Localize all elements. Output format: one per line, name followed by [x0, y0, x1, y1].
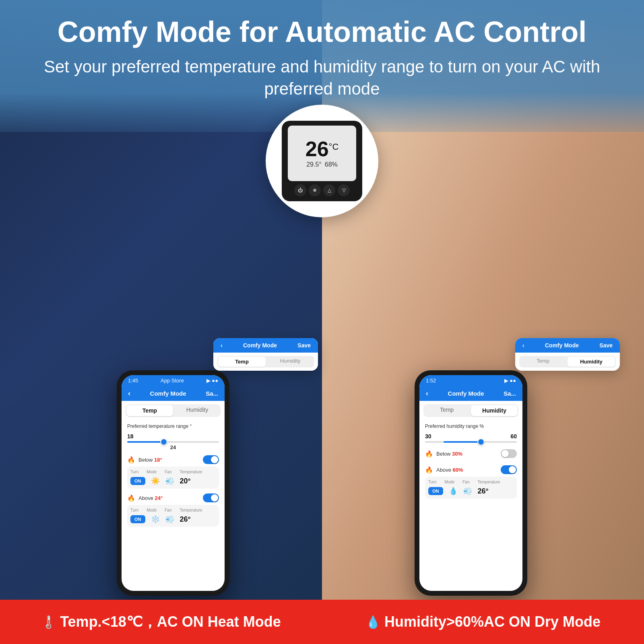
device-sub-humidity: 68%: [325, 161, 338, 168]
left-phone-screen: 1:45 App Store ▶ ●● ‹ Comfy Mode Sa... T…: [122, 375, 225, 591]
right-back-arrow[interactable]: ‹: [426, 389, 428, 398]
right-phone: 1:52 ▶ ●● ‹ Comfy Mode Sa... Temp Humidi…: [415, 370, 527, 596]
popup-left-title: Comfy Mode: [243, 342, 277, 349]
popup-left-tabs: Temp Humidity: [217, 356, 314, 367]
ac1-temp-label: Temperature: [180, 470, 202, 474]
bottom-banners: 🌡️ Temp.<18℃，AC ON Heat Mode 💧 Humidity>…: [0, 600, 644, 644]
below-humidity-label: Below 30%: [436, 451, 462, 457]
right-on-btn[interactable]: ON: [428, 487, 443, 495]
ac2-fan-label: Fan: [165, 508, 171, 512]
above-toggle[interactable]: [203, 493, 219, 502]
ac2-temp-label: Temperature: [180, 508, 202, 512]
below-humidity-toggle[interactable]: [501, 449, 517, 458]
ac2-mode-label: Mode: [147, 508, 157, 512]
right-turn-label: Turn: [428, 480, 436, 484]
device-sub-temp: 29.5°: [306, 161, 322, 168]
mode-btn[interactable]: ❄: [309, 184, 321, 196]
banner-right: 💧 Humidity>60%AC ON Dry Mode: [322, 600, 644, 644]
ac2-temp-val: 26°: [180, 515, 191, 524]
below-toggle[interactable]: [203, 455, 219, 464]
flame-icon-below: 🔥: [127, 456, 135, 464]
ac1-mode-label: Mode: [147, 470, 157, 474]
signal-icon: ▶ ●●: [206, 378, 218, 384]
ac1-turn-label: Turn: [130, 470, 138, 474]
ac1-temp-val: 20°: [180, 477, 191, 485]
device-sub-readings: 29.5° 68%: [306, 161, 338, 168]
temp-high-val: 24: [127, 444, 219, 450]
left-time: 1:45: [128, 378, 138, 384]
left-back-arrow[interactable]: ‹: [128, 389, 130, 398]
popup-left-back[interactable]: ‹: [221, 342, 223, 349]
up-btn[interactable]: △: [323, 184, 335, 196]
ac2-turn-label: Turn: [130, 508, 138, 512]
banner-right-text: Humidity>60%AC ON Dry Mode: [384, 613, 601, 630]
temp-range-label: Preferred temperature range °: [127, 423, 219, 429]
banner-left: 🌡️ Temp.<18℃，AC ON Heat Mode: [0, 600, 322, 644]
left-carrier: App Store: [161, 378, 184, 384]
below-label: Below 18°: [138, 457, 162, 463]
subtitle: Set your preferred temperature and humid…: [32, 56, 612, 100]
right-tab-temp[interactable]: Temp: [423, 404, 470, 417]
right-nav-save[interactable]: Sa...: [504, 390, 516, 397]
popup-right-back[interactable]: ‹: [522, 342, 524, 349]
above-condition: 🔥 Above 24°: [127, 493, 219, 502]
above-humidity-label: Above 60%: [436, 467, 463, 473]
ac1-fan-icon: 💨: [165, 477, 174, 485]
popup-right-tabs: Temp Humidity: [519, 356, 616, 367]
ac1-mode-icon: ☀️: [151, 477, 160, 485]
right-tab-humidity[interactable]: Humidity: [471, 405, 518, 416]
tab-temp[interactable]: Temp: [126, 405, 173, 416]
right-nav-bar: ‹ Comfy Mode Sa...: [419, 386, 522, 401]
flame-icon-hum-below: 🔥: [425, 450, 433, 458]
down-btn[interactable]: ▽: [338, 184, 350, 196]
above-humidity-toggle[interactable]: [501, 465, 517, 474]
temp-range-values: 18: [127, 433, 219, 440]
temp-range-slider[interactable]: [127, 441, 219, 443]
right-phone-group: 1:52 ▶ ●● ‹ Comfy Mode Sa... Temp Humidi…: [415, 346, 527, 596]
tab-humidity[interactable]: Humidity: [174, 404, 221, 417]
phones-container: 1:45 App Store ▶ ●● ‹ Comfy Mode Sa... T…: [0, 225, 644, 596]
left-tab-bar: Temp Humidity: [126, 404, 221, 417]
device-circle: 26 °C 29.5° 68% ⏻ ❄ △ ▽: [266, 105, 378, 217]
left-nav-title: Comfy Mode: [150, 390, 186, 397]
device-temp-unit: °C: [329, 142, 339, 152]
right-tab-bar: Temp Humidity: [423, 404, 518, 417]
right-fan-icon: 💨: [463, 487, 472, 495]
right-nav-title: Comfy Mode: [448, 390, 484, 397]
popup-left-save[interactable]: Save: [297, 342, 311, 349]
banner-left-text: Temp.<18℃，AC ON Heat Mode: [60, 612, 281, 632]
right-temp-val: 26°: [478, 487, 489, 495]
left-phone: 1:45 App Store ▶ ●● ‹ Comfy Mode Sa... T…: [117, 370, 229, 596]
banner-left-icon: 🌡️: [41, 615, 56, 629]
right-phone-screen: 1:52 ▶ ●● ‹ Comfy Mode Sa... Temp Humidi…: [419, 375, 522, 591]
temp-low-val: 18: [127, 433, 134, 440]
right-temp-label: Temperature: [477, 480, 500, 484]
ac2-mode-icon: ❄️: [151, 515, 160, 524]
popup-right-tab-temp[interactable]: Temp: [519, 356, 567, 367]
humidity-range-slider[interactable]: [425, 441, 517, 443]
ac1-on-btn[interactable]: ON: [130, 477, 145, 485]
humidity-low-val: 30: [425, 433, 431, 440]
right-time: 1:52: [426, 378, 436, 384]
device-body: 26 °C 29.5° 68% ⏻ ❄ △ ▽: [282, 121, 362, 201]
popup-right: ‹ Comfy Mode Save Temp Humidity: [515, 338, 620, 371]
left-status-bar: 1:45 App Store ▶ ●●: [122, 375, 225, 386]
device-temp: 26: [305, 138, 329, 159]
right-ac-settings: Turn Mode Fan Temperature ON 💧 💨 26°: [425, 477, 517, 499]
above-label: Above 24°: [138, 495, 163, 501]
left-phone-group: 1:45 App Store ▶ ●● ‹ Comfy Mode Sa... T…: [117, 346, 229, 596]
popup-left-tab-temp[interactable]: Temp: [218, 357, 266, 367]
popup-left-tab-humidity[interactable]: Humidity: [266, 356, 314, 367]
right-mode-icon: 💧: [449, 487, 458, 495]
ac1-settings: Turn Mode Fan Temperature ON ☀️ 💨 20°: [127, 466, 219, 489]
flame-icon-hum-above: 🔥: [425, 466, 433, 474]
power-btn[interactable]: ⏻: [294, 184, 306, 196]
popup-right-tab-humidity[interactable]: Humidity: [568, 357, 615, 367]
flame-icon-above: 🔥: [127, 494, 135, 502]
popup-right-title: Comfy Mode: [545, 342, 579, 349]
popup-right-save[interactable]: Save: [599, 342, 613, 349]
right-signal: ▶ ●●: [504, 378, 516, 384]
ac2-on-btn[interactable]: ON: [130, 515, 145, 523]
right-fan-label: Fan: [462, 480, 469, 484]
left-nav-save[interactable]: Sa...: [206, 390, 218, 397]
